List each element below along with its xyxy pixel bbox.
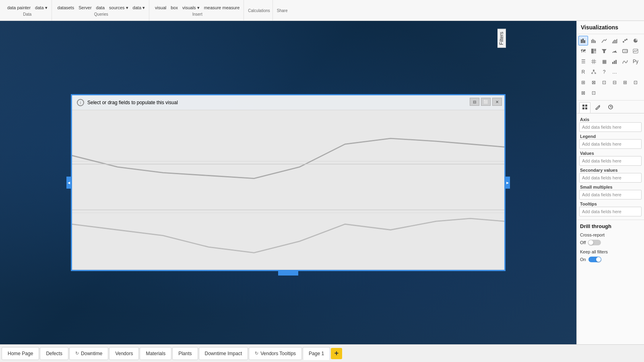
field-drop-legend[interactable]: Add data fields here — [579, 139, 642, 149]
viz-icon-bar[interactable] — [578, 36, 588, 45]
toolbar-btn-data-painter[interactable]: data painter — [6, 4, 32, 11]
tab-page1[interactable]: Page 1 — [303, 347, 330, 360]
viz-icon-slicer[interactable]: ☰ — [578, 57, 588, 66]
filters-sidebar: Filters — [497, 21, 509, 344]
field-section-legend: Legend Add data fields here — [579, 133, 642, 149]
tab-home-page[interactable]: Home Page — [2, 347, 39, 360]
viz-icon-custom3[interactable]: ⊡ — [599, 78, 609, 87]
viz-icon-decomp[interactable] — [589, 67, 599, 77]
viz-icons-row-2: 🗺 123 — [578, 46, 642, 56]
viz-icon-scatter[interactable] — [620, 36, 630, 45]
toolbar-btn-sources[interactable]: sources — [107, 4, 130, 11]
toolbar-btn-server[interactable]: Server — [77, 4, 93, 11]
viz-icons-grid: 🗺 123 ☰ — [577, 34, 644, 101]
viz-icon-more[interactable]: … — [610, 67, 619, 77]
cross-report-toggle-row: Off — [577, 239, 644, 248]
panel-tab-format[interactable] — [592, 102, 603, 113]
viz-icon-table[interactable]: ▦ — [599, 57, 609, 66]
viz-icon-python[interactable]: Py — [631, 57, 640, 66]
viz-icon-line[interactable] — [599, 36, 609, 45]
keep-filters-toggle[interactable] — [588, 257, 601, 262]
viz-icon-r[interactable]: R — [578, 67, 588, 77]
svg-rect-13 — [595, 41, 596, 43]
toolbar-group-queries: datasets Server data sources data Querie… — [54, 0, 150, 21]
panel-tab-analytics[interactable] — [605, 102, 616, 113]
tab-vendors[interactable]: Vendors — [109, 347, 139, 360]
viz-icon-gauge[interactable] — [610, 46, 619, 56]
toolbar-btn-visuals[interactable]: visuals — [181, 4, 201, 11]
viz-icon-custom6[interactable]: ⊡ — [631, 78, 640, 87]
drill-through-header: Drill through — [577, 220, 644, 231]
tab-vendors-tooltips-icon: ↻ — [255, 351, 258, 356]
viz-icon-custom1[interactable]: ⊞ — [578, 78, 588, 87]
toolbar-btn-visual[interactable]: visual — [153, 4, 168, 11]
viz-icon-custom4[interactable]: ⊟ — [610, 78, 619, 87]
svg-rect-31 — [612, 62, 613, 64]
viz-icon-custom2[interactable]: ⊠ — [589, 78, 599, 87]
panel-tab-build[interactable] — [579, 102, 590, 113]
viz-icon-qa[interactable]: ? — [599, 67, 609, 77]
tab-downtime[interactable]: ↻ Downtime — [69, 347, 108, 360]
svg-rect-19 — [591, 49, 594, 53]
field-drop-secondary[interactable]: Add data fields here — [579, 173, 642, 183]
viz-icon-treemap[interactable] — [589, 46, 599, 56]
svg-rect-9 — [584, 40, 585, 43]
svg-rect-39 — [582, 105, 584, 107]
tab-vendors-tooltips-label: Vendors Tooltips — [260, 351, 296, 356]
svg-rect-21 — [594, 52, 596, 53]
toolbar-btn-data3[interactable]: data — [131, 4, 147, 11]
cross-report-toggle[interactable] — [588, 240, 601, 245]
toolbar-btn-measure[interactable]: measure measure — [202, 4, 242, 11]
viz-icon-ribbon[interactable] — [620, 57, 630, 66]
viz-icon-map[interactable]: 🗺 — [578, 46, 588, 56]
toolbar: data painter data Data datasets Server d… — [0, 0, 644, 21]
viz-icons-row-5: ⊞ ⊠ ⊡ ⊟ ⊞ ⊡ — [578, 78, 642, 87]
viz-icon-kpi[interactable] — [631, 46, 640, 56]
right-panel: Visualizations — [576, 21, 644, 344]
field-drop-small-multiples[interactable]: Add data fields here — [579, 190, 642, 200]
toolbar-label-insert: Insert — [192, 12, 202, 16]
viz-icon-waterfall[interactable] — [610, 57, 619, 66]
keep-filters-row: Keep all filters — [577, 248, 644, 256]
tab-defects[interactable]: Defects — [40, 347, 68, 360]
viz-icon-custom7[interactable]: ⊠ — [578, 88, 588, 98]
svg-rect-33 — [615, 60, 617, 64]
section-label-secondary: Secondary values — [579, 167, 642, 173]
toolbar-btn-datasets[interactable]: datasets — [56, 4, 76, 11]
field-drop-tooltips[interactable]: Add data fields here — [579, 207, 642, 216]
toolbar-btn-data2[interactable]: data — [95, 4, 106, 11]
toolbar-row-insert: visual box visuals measure measure — [153, 4, 241, 11]
visual-info-bar: i Select or drag fields to populate this… — [72, 95, 504, 110]
viz-icon-pie[interactable] — [631, 36, 640, 45]
tab-downtime-impact[interactable]: Downtime Impact — [199, 347, 248, 360]
filters-tab[interactable]: Filters — [497, 29, 506, 48]
tab-page1-label: Page 1 — [309, 351, 324, 356]
visual-ctrl-filter[interactable]: ⊟ — [470, 98, 479, 106]
viz-icon-custom8[interactable]: ⊡ — [589, 88, 599, 98]
toolbar-label-queries: Queries — [94, 12, 108, 16]
drag-handle-left[interactable]: ◀ — [66, 177, 71, 189]
toolbar-btn-data[interactable]: data — [33, 4, 49, 11]
viz-icon-custom5[interactable]: ⊞ — [620, 78, 630, 87]
viz-icon-card[interactable]: 123 — [620, 46, 630, 56]
drag-handle-bottom[interactable] — [278, 271, 298, 276]
visual-controls: ⊟ ⬜ ✕ — [470, 98, 502, 106]
svg-text:123: 123 — [624, 50, 627, 52]
svg-point-37 — [591, 72, 593, 74]
panel-scroll[interactable]: Axis Add data fields here Legend Add dat… — [577, 113, 644, 344]
toolbar-btn-box[interactable]: box — [169, 4, 180, 11]
viz-icon-area[interactable] — [610, 36, 619, 45]
field-drop-axis[interactable]: Add data fields here — [579, 122, 642, 132]
keep-filters-toggle-row: On — [577, 256, 644, 265]
visual-ctrl-focus[interactable]: ⬜ — [481, 98, 491, 106]
tab-plants[interactable]: Plants — [172, 347, 198, 360]
field-drop-values[interactable]: Add data fields here — [579, 156, 642, 166]
keep-filters-label: Keep all filters — [580, 249, 608, 254]
viz-icon-clustered-bar[interactable] — [589, 36, 599, 45]
tab-materials[interactable]: Materials — [140, 347, 171, 360]
canvas-area[interactable]: Filters ◀ ▶ i Select or drag fields to p… — [0, 21, 576, 344]
add-page-button[interactable]: + — [331, 348, 342, 359]
viz-icon-funnel[interactable] — [599, 46, 609, 56]
tab-vendors-tooltips[interactable]: ↻ Vendors Tooltips — [249, 347, 302, 360]
viz-icon-matrix[interactable] — [589, 57, 599, 66]
